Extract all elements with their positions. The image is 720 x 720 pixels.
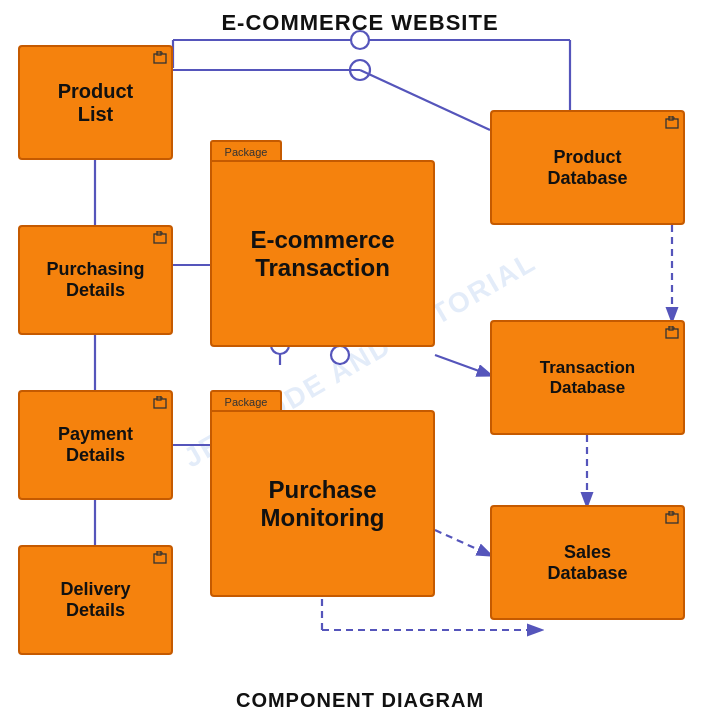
purchase-monitoring-package: Package PurchaseMonitoring xyxy=(210,390,435,597)
delivery-details-box: DeliveryDetails xyxy=(18,545,173,655)
svg-point-2 xyxy=(350,60,370,80)
svg-point-13 xyxy=(331,346,349,364)
component-icon xyxy=(153,396,167,410)
component-icon xyxy=(665,116,679,130)
purchase-package-label: PurchaseMonitoring xyxy=(261,476,385,532)
purchasing-details-box: PurchasingDetails xyxy=(18,225,173,335)
svg-line-1 xyxy=(360,70,490,130)
sales-database-label: SalesDatabase xyxy=(547,542,627,584)
component-icon xyxy=(665,326,679,340)
payment-details-box: PaymentDetails xyxy=(18,390,173,500)
transaction-database-label: TransactionDatabase xyxy=(540,358,635,398)
product-list-box: ProductList xyxy=(18,45,173,160)
delivery-details-label: DeliveryDetails xyxy=(60,579,130,621)
title-top: E-COMMERCE WEBSITE xyxy=(0,10,720,36)
component-icon xyxy=(153,231,167,245)
purchase-package-body: PurchaseMonitoring xyxy=(210,410,435,597)
product-database-label: ProductDatabase xyxy=(547,147,627,189)
svg-line-14 xyxy=(435,355,490,375)
component-icon xyxy=(153,51,167,65)
transaction-database-box: TransactionDatabase xyxy=(490,320,685,435)
ecommerce-package-body: E-commerceTransaction xyxy=(210,160,435,347)
diagram-container: JEDICODE AND TUTORIAL E-COMMERCE WEBSITE xyxy=(0,0,720,720)
sales-database-box: SalesDatabase xyxy=(490,505,685,620)
product-database-box: ProductDatabase xyxy=(490,110,685,225)
component-icon xyxy=(153,551,167,565)
purchase-package-tab: Package xyxy=(210,390,282,412)
product-list-label: ProductList xyxy=(58,80,134,126)
svg-line-16 xyxy=(435,530,490,555)
ecommerce-package-tab: Package xyxy=(210,140,282,162)
component-icon xyxy=(665,511,679,525)
payment-details-label: PaymentDetails xyxy=(58,424,133,466)
title-bottom: COMPONENT DIAGRAM xyxy=(0,689,720,712)
purchasing-details-label: PurchasingDetails xyxy=(46,259,144,301)
ecommerce-transaction-package: Package E-commerceTransaction xyxy=(210,140,435,347)
ecommerce-package-label: E-commerceTransaction xyxy=(250,226,394,282)
